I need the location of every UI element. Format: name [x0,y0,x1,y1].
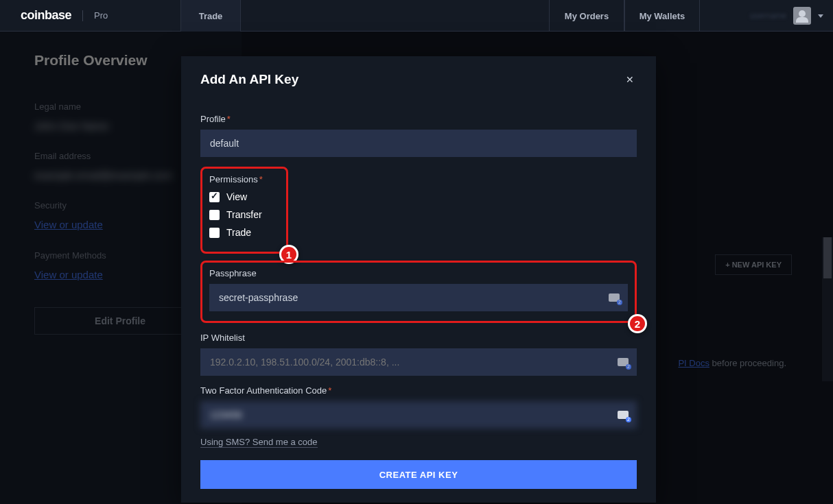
permission-transfer-checkbox[interactable] [209,210,220,220]
permission-transfer-row: Transfer [209,209,279,220]
label-permissions: Permissions* [209,174,279,184]
brand-name: coinbase [21,8,71,23]
nav-my-wallets[interactable]: My Wallets [624,0,700,32]
permission-view-label: View [226,191,247,202]
permission-view-checkbox[interactable] [209,192,220,202]
profile-input[interactable] [200,130,637,157]
label-tfa: Two Factor Authentication Code* [200,385,637,396]
avatar-icon[interactable] [793,7,811,25]
brand-divider [82,10,83,21]
keyboard-icon[interactable]: 2 [618,411,629,419]
nav-user-area: username [750,0,823,32]
permission-view-row: View [209,191,279,202]
label-ip-whitelist: IP Whitelist [200,333,637,343]
nav-my-orders[interactable]: My Orders [549,0,624,32]
label-profile: Profile* [200,114,637,124]
label-passphrase: Passphrase [209,268,628,278]
ip-whitelist-input[interactable] [200,348,637,376]
sms-send-code-link[interactable]: Using SMS? Send me a code [200,437,318,448]
chevron-down-icon[interactable] [818,14,823,18]
top-nav: coinbase Pro Trade My Orders My Wallets … [0,0,833,32]
passphrase-input[interactable] [209,284,628,311]
permission-trade-label: Trade [226,227,251,238]
brand-sub: Pro [94,10,108,21]
tfa-input[interactable] [200,401,637,429]
keyboard-icon[interactable]: 2 [609,293,620,302]
close-icon[interactable]: ✕ [623,71,637,88]
nav-trade[interactable]: Trade [180,0,241,32]
add-api-key-modal: Add An API Key ✕ Profile* Permissions* V… [181,56,656,503]
passphrase-group: Passphrase 2 2 [200,261,637,323]
modal-title: Add An API Key [200,72,298,87]
brand[interactable]: coinbase Pro [0,8,108,23]
permissions-group: Permissions* View Transfer Trade 1 [200,167,288,254]
permission-trade-row: Trade [209,227,279,238]
permission-trade-checkbox[interactable] [209,228,220,238]
keyboard-icon[interactable]: 2 [618,358,629,366]
username-masked: username [750,11,786,21]
permission-transfer-label: Transfer [226,209,262,220]
create-api-key-button[interactable]: CREATE API KEY [200,460,637,489]
annotation-2: 2 [628,314,647,333]
